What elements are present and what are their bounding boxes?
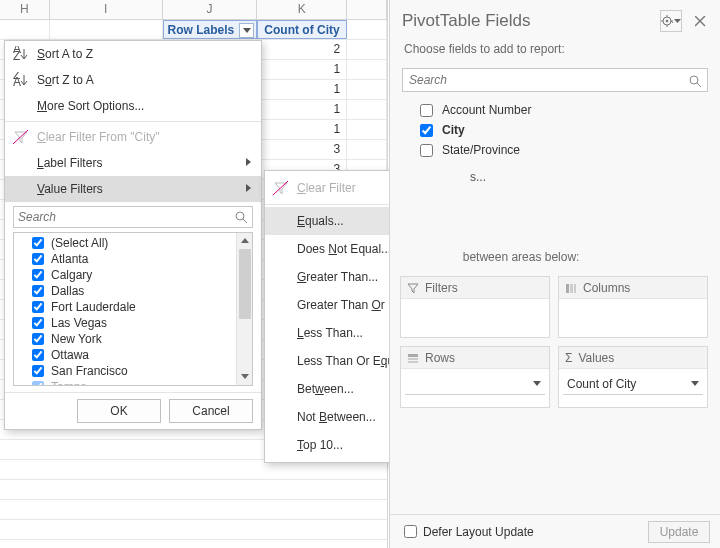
col-header-j[interactable]: J <box>163 0 258 19</box>
col-header-blank <box>347 0 387 19</box>
chevron-right-icon <box>246 158 251 166</box>
values-drop-field[interactable]: Count of City <box>563 373 703 395</box>
clear-filter-icon <box>13 129 29 145</box>
field-list: Account Number City State/Province <box>416 100 708 160</box>
pivot-value[interactable]: 1 <box>257 120 347 139</box>
rows-drop-field[interactable]: City <box>405 373 545 395</box>
scroll-thumb[interactable] <box>239 249 251 319</box>
filter-scrollbar[interactable] <box>236 233 252 385</box>
more-fields-truncated[interactable]: s... <box>390 170 720 184</box>
close-pane-button[interactable] <box>692 13 708 29</box>
filter-item[interactable]: Atlanta <box>18 251 232 267</box>
ok-button[interactable]: OK <box>77 399 161 423</box>
pane-footer: Defer Layout Update Update <box>390 514 720 548</box>
sigma-icon: Σ <box>565 351 572 365</box>
values-area[interactable]: ΣValues Count of City <box>558 346 708 408</box>
svg-rect-20 <box>574 284 576 293</box>
choose-fields-label: Choose fields to add to report: <box>390 38 720 60</box>
filter-item[interactable]: San Francisco <box>18 363 232 379</box>
columns-area[interactable]: Columns <box>558 276 708 338</box>
pivot-count-head-cell[interactable]: Count of City <box>257 20 347 39</box>
svg-point-16 <box>690 76 698 84</box>
svg-rect-23 <box>408 361 418 363</box>
pivot-value[interactable]: 1 <box>257 100 347 119</box>
svg-line-17 <box>697 83 701 87</box>
sort-a-z[interactable]: AZ Sort A to Z <box>5 41 261 67</box>
defer-layout-label: Defer Layout Update <box>423 525 534 539</box>
filter-item[interactable]: Dallas <box>18 283 232 299</box>
svg-rect-18 <box>566 284 569 293</box>
pivottable-fields-pane: PivotTable Fields Choose fields to add t… <box>389 0 720 548</box>
pivot-value[interactable]: 2 <box>257 40 347 59</box>
gear-icon <box>661 14 673 28</box>
filter-item[interactable]: Calgary <box>18 267 232 283</box>
rows-icon <box>407 352 419 364</box>
columns-icon <box>565 282 577 294</box>
col-header-i[interactable]: I <box>50 0 163 19</box>
pivot-value[interactable]: 1 <box>257 60 347 79</box>
pane-title: PivotTable Fields <box>402 11 654 31</box>
pivot-value[interactable]: 3 <box>257 140 347 159</box>
dropdown-icon <box>243 28 251 33</box>
svg-rect-19 <box>570 284 573 293</box>
col-header-k[interactable]: K <box>257 0 347 19</box>
search-icon <box>687 73 703 89</box>
dropdown-icon <box>533 381 541 386</box>
filter-icon <box>407 282 419 294</box>
more-sort-options[interactable]: More Sort Options... <box>5 93 261 119</box>
pivot-row-labels-cell[interactable]: Row Labels <box>163 20 258 39</box>
defer-layout-checkbox[interactable] <box>404 525 417 538</box>
sort-az-icon: AZ <box>13 46 29 62</box>
dropdown-icon <box>691 381 699 386</box>
label-filters[interactable]: Label Filters <box>5 150 261 176</box>
fields-options-button[interactable] <box>660 10 682 32</box>
close-icon <box>695 16 706 27</box>
svg-text:A: A <box>13 75 21 88</box>
pivot-header-row: Row Labels Count of City <box>0 20 387 40</box>
filters-area[interactable]: Filters <box>400 276 550 338</box>
filter-item-select-all[interactable]: (Select All) <box>18 235 232 251</box>
filter-item-list: (Select All) Atlanta Calgary Dallas Fort… <box>13 232 253 386</box>
filter-item[interactable]: Tampa <box>18 379 232 385</box>
clear-filter-icon <box>273 180 289 196</box>
chevron-right-icon <box>246 184 251 192</box>
column-headers: H I J K <box>0 0 387 20</box>
field-account-number[interactable]: Account Number <box>416 100 708 120</box>
filter-item[interactable]: Ottawa <box>18 347 232 363</box>
field-city[interactable]: City <box>416 120 708 140</box>
filter-search[interactable] <box>13 206 253 228</box>
filter-search-input[interactable] <box>14 207 230 227</box>
rows-area[interactable]: Rows City <box>400 346 550 408</box>
sort-za-icon: ZA <box>13 72 29 88</box>
svg-rect-21 <box>408 354 418 357</box>
scroll-up-icon[interactable] <box>237 233 253 249</box>
field-state-province[interactable]: State/Province <box>416 140 708 160</box>
separator <box>5 121 261 122</box>
row-labels-dropdown-button[interactable] <box>239 23 254 38</box>
svg-line-6 <box>243 219 247 223</box>
pane-search-input[interactable] <box>403 69 683 91</box>
scroll-down-icon[interactable] <box>237 369 253 385</box>
pivot-row-labels-text: Row Labels <box>168 23 235 37</box>
svg-rect-22 <box>408 358 418 360</box>
update-button[interactable]: Update <box>648 521 710 543</box>
pane-search[interactable] <box>402 68 708 92</box>
filter-menu: AZ Sort A to Z ZA Sort Z to A More Sort … <box>4 40 262 430</box>
svg-point-9 <box>666 20 669 23</box>
svg-point-5 <box>236 212 244 220</box>
sort-z-a[interactable]: ZA Sort Z to A <box>5 67 261 93</box>
filter-item[interactable]: Las Vegas <box>18 315 232 331</box>
areas-grid: Filters Columns Rows City ΣValues Count … <box>390 270 720 414</box>
filter-item[interactable]: Fort Lauderdale <box>18 299 232 315</box>
search-icon <box>233 209 249 225</box>
col-header-h[interactable]: H <box>0 0 50 19</box>
clear-filter-from: Clear Filter From "City" <box>5 124 261 150</box>
drag-fields-label: Drag fields between areas below: <box>390 244 720 270</box>
filter-item[interactable]: New York <box>18 331 232 347</box>
value-filters[interactable]: Value Filters <box>5 176 261 202</box>
pivot-value[interactable]: 1 <box>257 80 347 99</box>
svg-text:Z: Z <box>13 49 20 62</box>
cancel-button[interactable]: Cancel <box>169 399 253 423</box>
